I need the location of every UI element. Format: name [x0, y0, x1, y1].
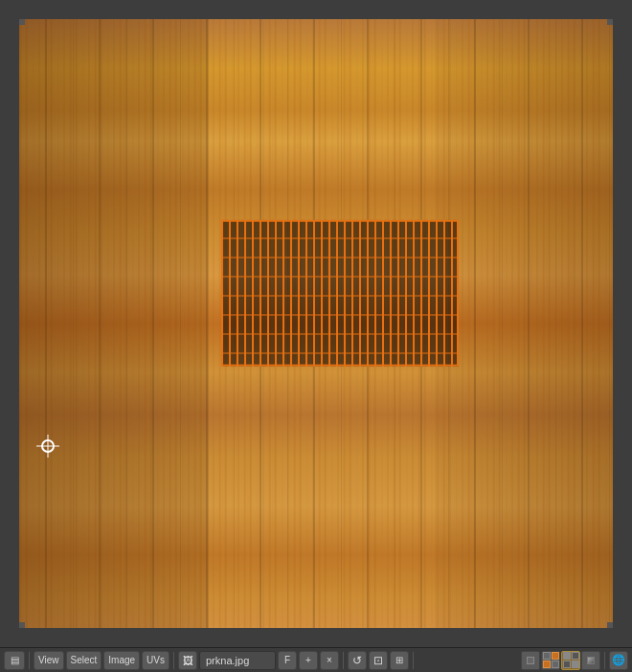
texture-icon — [563, 652, 579, 668]
separator-2 — [173, 652, 174, 669]
uv-selection-region — [221, 220, 459, 367]
corner-tl — [19, 19, 25, 25]
editor-type-button[interactable]: ▤ — [4, 651, 25, 670]
view-mode-render[interactable] — [581, 651, 600, 670]
f-icon: F — [284, 655, 290, 665]
remove-image-button[interactable]: × — [320, 651, 339, 670]
editor-type-icon: ▤ — [11, 655, 19, 665]
view-mode-group — [521, 651, 600, 670]
filename-field[interactable]: prkna.jpg — [199, 651, 276, 670]
separator-4 — [413, 652, 414, 669]
global-button[interactable]: 🌐 — [609, 651, 628, 670]
select-menu-button[interactable]: Select — [66, 651, 102, 670]
render-icon — [587, 657, 595, 664]
view-mode-texture[interactable] — [561, 651, 580, 670]
add-image-button[interactable]: + — [299, 651, 318, 670]
global-icon: 🌐 — [612, 654, 625, 666]
solid-icon — [527, 657, 534, 664]
plus-icon: + — [305, 655, 311, 665]
corner-br — [607, 622, 613, 628]
image-menu-button[interactable]: Image — [103, 651, 140, 670]
cursor-circle — [41, 439, 55, 453]
uv-selection-border — [221, 220, 459, 367]
f-button[interactable]: F — [278, 651, 297, 670]
wood-shadow-right — [435, 19, 613, 628]
sync-icon: ⊞ — [395, 655, 403, 665]
reload-icon: ↺ — [352, 654, 362, 667]
blender-uv-editor: ▤ View Select Image UVs 🖼 prkna.jpg F + … — [0, 0, 632, 672]
separator-5 — [604, 652, 605, 669]
separator-1 — [29, 652, 30, 669]
corner-bl — [19, 622, 25, 628]
material-icon — [543, 652, 559, 668]
x-icon: × — [327, 655, 332, 665]
view-mode-material[interactable] — [541, 651, 560, 670]
uvs-menu-button[interactable]: UVs — [142, 651, 169, 670]
cursor-widget — [36, 435, 59, 458]
fit-icon: ⊡ — [373, 654, 383, 667]
reload-button[interactable]: ↺ — [348, 651, 367, 670]
view-mode-solid[interactable] — [521, 651, 540, 670]
sync-button[interactable]: ⊞ — [390, 651, 409, 670]
separator-3 — [343, 652, 344, 669]
corner-tr — [607, 19, 613, 25]
image-slot-icon[interactable]: 🖼 — [178, 651, 197, 670]
wood-shadow-left — [19, 19, 209, 628]
fit-view-button[interactable]: ⊡ — [369, 651, 388, 670]
bottom-toolbar: ▤ View Select Image UVs 🖼 prkna.jpg F + … — [0, 647, 632, 672]
filename-text: prkna.jpg — [206, 655, 249, 666]
view-menu-button[interactable]: View — [34, 651, 64, 670]
uv-viewport[interactable] — [19, 19, 613, 628]
